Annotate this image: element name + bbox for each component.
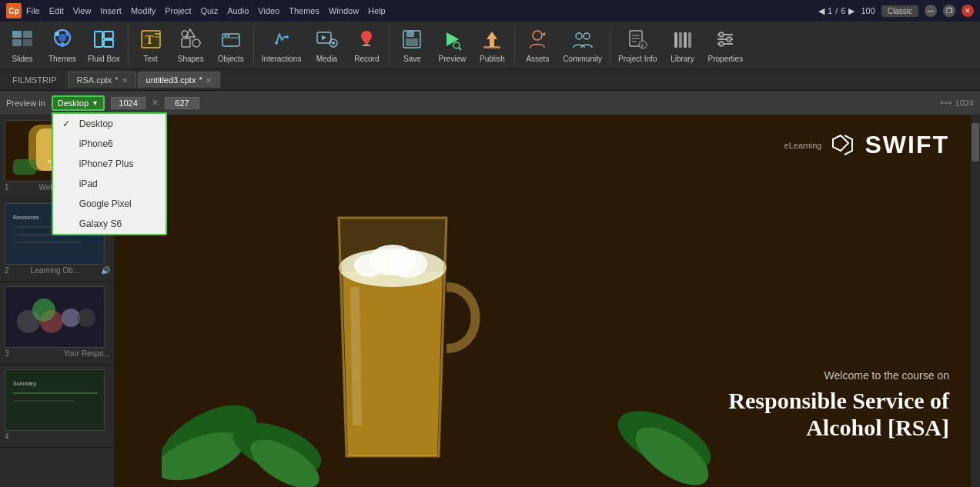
assets-label: Assets [526, 55, 549, 63]
dropdown-item-desktop[interactable]: ✓ Desktop [53, 114, 166, 134]
svg-line-39 [459, 48, 461, 50]
toolbar-themes[interactable]: Themes [43, 24, 82, 67]
dropdown-item-iphone6[interactable]: iPhone6 [53, 134, 166, 154]
toolbar-objects[interactable]: Objects [212, 24, 250, 67]
toolbar-publish[interactable]: Publish [473, 24, 511, 67]
swift-logo-text: SWIFT [865, 131, 949, 159]
menu-quiz[interactable]: Quiz [201, 6, 219, 15]
dropdown-item-galaxys6[interactable]: Galaxy S6 [53, 214, 166, 234]
sep-5 [610, 26, 610, 65]
projinfo-label: Project Info [618, 55, 657, 63]
menu-edit[interactable]: Edit [49, 6, 64, 15]
maximize-button[interactable]: ❐ [943, 5, 955, 17]
toolbar-record[interactable]: Record [347, 24, 386, 67]
svg-text:i: i [641, 42, 643, 49]
slide-prev-icon[interactable]: ◀ [818, 6, 824, 16]
tab-rsa-close[interactable]: ✕ [122, 76, 128, 85]
slide-1-number: 1 [5, 183, 9, 192]
dropdown-item-galaxys6-label: Galaxy S6 [79, 218, 122, 229]
svg-point-57 [719, 32, 724, 37]
toolbar-shapes[interactable]: Shapes [172, 24, 210, 67]
slide-nav-sep: / [835, 6, 838, 15]
device-dropdown[interactable]: Desktop ▼ [52, 95, 105, 111]
svg-point-91 [370, 245, 416, 275]
toolbar-text[interactable]: T Text [132, 24, 170, 67]
tab-untitled3-close[interactable]: ✕ [206, 76, 212, 85]
menu-help[interactable]: Help [368, 6, 386, 15]
close-button[interactable]: ✕ [962, 5, 974, 17]
ruler-icon: ⟺ [940, 98, 952, 108]
slide-next-icon[interactable]: ▶ [848, 6, 855, 16]
toolbar-media[interactable]: Media [307, 24, 346, 67]
slide-current: 1 [828, 6, 832, 15]
menu-file[interactable]: File [26, 6, 40, 15]
tab-rsa[interactable]: RSA.cptx * ✕ [68, 72, 135, 88]
toolbar-interactions[interactable]: Interactions [257, 24, 306, 67]
filmstrip-slide-3[interactable]: 3 Your Respo... [0, 282, 115, 365]
toolbar-projinfo[interactable]: i Project Info [614, 24, 662, 67]
menu-project[interactable]: Project [165, 6, 191, 15]
svg-rect-36 [406, 38, 418, 46]
dropdown-item-googlepixel[interactable]: Google Pixel [53, 194, 166, 214]
svg-text:Resources: Resources [13, 215, 39, 220]
toolbar-community[interactable]: Community [558, 24, 607, 67]
objects-icon [219, 27, 243, 52]
record-label: Record [354, 55, 379, 63]
tab-untitled3[interactable]: untitled3.cptx * ✕ [138, 72, 220, 88]
svg-point-5 [59, 34, 66, 42]
dropdown-arrow-icon: ▼ [92, 99, 99, 107]
menu-insert[interactable]: Insert [100, 6, 122, 15]
dropdown-item-ipad-label: iPad [79, 178, 98, 189]
menu-modify[interactable]: Modify [131, 6, 156, 15]
menu-themes[interactable]: Themes [289, 6, 319, 15]
vertical-scrollbar[interactable] [971, 115, 980, 487]
svg-point-25 [286, 35, 289, 38]
svg-rect-52 [684, 32, 687, 48]
svg-rect-0 [12, 31, 22, 38]
width-input[interactable] [111, 97, 145, 109]
toolbar-library[interactable]: Library [664, 24, 702, 67]
svg-rect-32 [365, 42, 368, 45]
menu-audio[interactable]: Audio [227, 6, 249, 15]
menu-view[interactable]: View [73, 6, 92, 15]
media-icon [314, 27, 339, 52]
toolbar-preview[interactable]: Preview [433, 24, 471, 67]
text-icon: T [139, 27, 163, 52]
toolbar-assets[interactable]: Assets [518, 24, 557, 67]
classic-mode-button[interactable]: Classic [881, 5, 918, 17]
tab-rsa-label: RSA.cptx [76, 75, 112, 85]
dropdown-item-iphone6-label: iPhone6 [79, 138, 113, 149]
toolbar-fluidbox[interactable]: Fluid Box [83, 24, 125, 67]
device-dropdown-menu: ✓ Desktop iPhone6 iPhone7 Plus iPad Goog… [52, 112, 167, 235]
preview-in-label: Preview in [6, 98, 45, 108]
fluidbox-icon [92, 27, 116, 52]
toolbar-save[interactable]: Save [393, 24, 431, 67]
toolbar-properties[interactable]: Properties [704, 24, 748, 67]
filmstrip-tab[interactable]: FILMSTRIP [3, 72, 66, 88]
minimize-button[interactable]: — [925, 5, 937, 17]
dropdown-item-iphone7plus[interactable]: iPhone7 Plus [53, 154, 166, 174]
toolbar-slides[interactable]: Slides [3, 24, 42, 67]
svg-rect-3 [23, 39, 32, 46]
filmstrip-slide-4[interactable]: Summary 4 [0, 365, 115, 448]
slide-4-number: 4 [5, 432, 9, 441]
slide-3-number: 3 [5, 349, 9, 358]
dropdown-item-ipad[interactable]: iPad [53, 174, 166, 194]
app-logo: Cp [6, 3, 22, 18]
menu-bar[interactable]: File Edit View Insert Modify Project Qui… [26, 6, 386, 15]
slide-text-area: Welcome to the course on Responsible Ser… [728, 369, 949, 441]
title-bar: Cp File Edit View Insert Modify Project … [0, 0, 980, 22]
tabs-bar: FILMSTRIP RSA.cptx * ✕ untitled3.cptx * … [0, 69, 980, 91]
scrollbar-thumb[interactable] [972, 123, 979, 162]
svg-point-24 [275, 42, 278, 45]
menu-video[interactable]: Video [258, 6, 279, 15]
height-input[interactable] [165, 97, 199, 109]
title-bar-right: ◀ 1 / 6 ▶ 100 Classic — ❐ ✕ [818, 5, 974, 17]
interactions-label: Interactions [262, 55, 302, 63]
svg-rect-33 [363, 45, 370, 46]
ruler-value: 1024 [955, 98, 974, 108]
svg-marker-37 [447, 32, 459, 46]
menu-window[interactable]: Window [329, 6, 359, 15]
slide-3-info: 3 Your Respo... [5, 348, 110, 359]
themes-icon [50, 27, 75, 52]
